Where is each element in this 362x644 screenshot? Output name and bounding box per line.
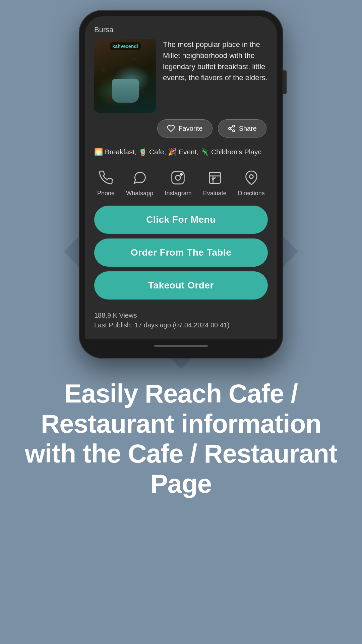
instagram-icon-wrap [169,169,187,186]
svg-point-9 [249,175,253,178]
whatsapp-label: Whatsapp [126,190,153,197]
favorite-button[interactable]: Favorite [157,119,212,138]
directions-icon-wrap [243,169,260,186]
share-button[interactable]: Share [218,119,266,138]
contact-item-directions[interactable]: Directions [238,169,265,197]
publish-stat: Last Publish: 17 days ago (07.04.2024 00… [94,321,268,329]
phone-icon [99,170,113,185]
favorite-label: Favorite [178,125,202,132]
coffee-cup [112,79,139,103]
share-icon [228,124,236,132]
contact-item-whatsapp[interactable]: Whatsapp [126,169,153,197]
svg-point-7 [181,174,182,175]
info-row: kahvecendi The most popular place in the… [94,39,268,113]
svg-line-3 [230,129,233,130]
whatsapp-icon-wrap [131,169,148,186]
phone-label: Phone [97,190,115,197]
directions-label: Directions [238,190,265,197]
contact-item-phone[interactable]: Phone [97,169,115,197]
home-indicator [85,339,277,353]
click-for-menu-button[interactable]: Click For Menu [94,206,268,234]
svg-point-1 [229,127,231,129]
cafe-image: kahvecendi [94,39,156,113]
directions-icon [244,170,259,185]
svg-point-0 [233,125,235,127]
cafe-image-inner: kahvecendi [94,39,156,113]
top-section: Bursa [85,16,277,143]
share-label: Share [239,125,257,132]
svg-point-2 [233,130,235,132]
categories-row: 🌅 Breakfast, 🧋 Cafe, 🎉 Event, 🦎 Children… [85,143,277,161]
home-bar [154,345,208,347]
logo-badge: kahvecendi [110,42,140,50]
cafe-description: The most popular place in the Millet nei… [163,39,268,113]
action-buttons: Favorite Share [94,119,268,138]
bottom-headline: Easily Reach Cafe / Restaurant informati… [20,379,342,499]
stats-section: 188,9 K Views Last Publish: 17 days ago … [85,306,277,339]
contact-item-evaluate[interactable]: Evaluate [203,169,227,197]
evaluate-icon-wrap [206,169,224,186]
phone-icon-wrap [97,169,115,186]
contact-icons: Phone Whatsapp [85,161,277,202]
whatsapp-icon [132,170,147,185]
cta-section: Click For Menu Order From The Table Take… [85,202,277,306]
instagram-label: Instagram [165,190,191,197]
takeout-order-button[interactable]: Takeout Order [94,271,268,300]
svg-point-6 [176,175,181,180]
contact-item-instagram[interactable]: Instagram [165,169,191,197]
location-label: Bursa [94,25,268,34]
phone-shell: Bursa [79,10,283,359]
phone-wrapper: Bursa [0,0,362,359]
instagram-icon [171,170,185,185]
heart-icon [167,124,175,132]
svg-line-4 [230,127,233,128]
evaluate-label: Evaluate [203,190,227,197]
order-from-table-button[interactable]: Order From The Table [94,238,268,267]
views-stat: 188,9 K Views [94,312,268,319]
phone-screen: Bursa [85,16,277,353]
bottom-text-section: Easily Reach Cafe / Restaurant informati… [0,359,362,526]
evaluate-icon [207,170,222,185]
